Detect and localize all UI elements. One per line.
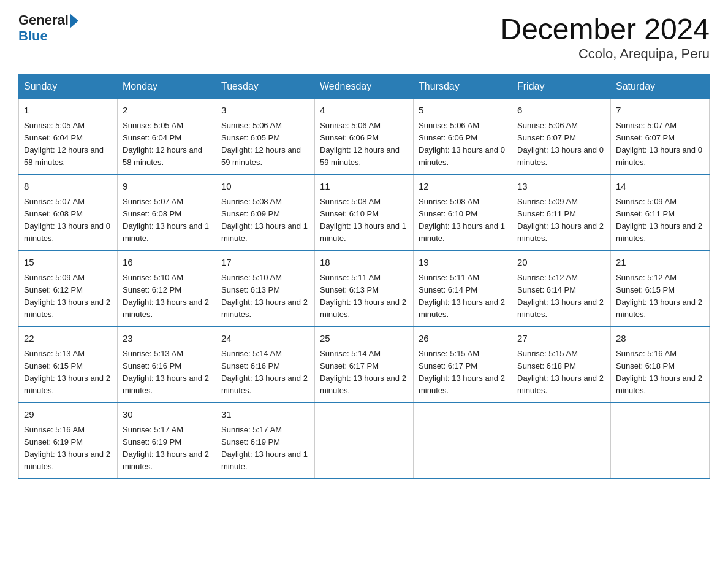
- col-friday: Friday: [512, 75, 611, 99]
- day-info: Sunrise: 5:09 AMSunset: 6:12 PMDaylight:…: [24, 273, 110, 319]
- calendar-table: Sunday Monday Tuesday Wednesday Thursday…: [18, 74, 710, 479]
- day-info: Sunrise: 5:13 AMSunset: 6:15 PMDaylight:…: [24, 349, 110, 395]
- day-info: Sunrise: 5:08 AMSunset: 6:10 PMDaylight:…: [320, 197, 406, 243]
- day-number: 10: [221, 180, 309, 194]
- calendar-week-3: 15Sunrise: 5:09 AMSunset: 6:12 PMDayligh…: [19, 250, 710, 326]
- calendar-cell: 18Sunrise: 5:11 AMSunset: 6:13 PMDayligh…: [315, 250, 414, 326]
- day-info: Sunrise: 5:07 AMSunset: 6:08 PMDaylight:…: [123, 197, 209, 243]
- day-info: Sunrise: 5:09 AMSunset: 6:11 PMDaylight:…: [616, 197, 702, 243]
- calendar-cell: 21Sunrise: 5:12 AMSunset: 6:15 PMDayligh…: [611, 250, 710, 326]
- page-header: General Blue December 2024 Ccolo, Arequi…: [18, 12, 710, 62]
- day-info: Sunrise: 5:06 AMSunset: 6:06 PMDaylight:…: [320, 121, 400, 167]
- day-number: 27: [517, 332, 605, 346]
- calendar-header: Sunday Monday Tuesday Wednesday Thursday…: [19, 75, 710, 99]
- page-subtitle: Ccolo, Arequipa, Peru: [500, 46, 710, 62]
- day-number: 15: [24, 256, 112, 270]
- day-number: 12: [419, 180, 507, 194]
- calendar-week-4: 22Sunrise: 5:13 AMSunset: 6:15 PMDayligh…: [19, 326, 710, 402]
- day-info: Sunrise: 5:08 AMSunset: 6:09 PMDaylight:…: [221, 197, 308, 243]
- day-info: Sunrise: 5:14 AMSunset: 6:17 PMDaylight:…: [320, 349, 406, 395]
- day-number: 22: [24, 332, 112, 346]
- day-number: 4: [320, 104, 408, 118]
- day-number: 1: [24, 104, 112, 118]
- day-info: Sunrise: 5:06 AMSunset: 6:06 PMDaylight:…: [419, 121, 505, 167]
- logo-container: General Blue: [18, 12, 78, 44]
- day-number: 26: [419, 332, 507, 346]
- logo: General Blue: [18, 12, 78, 44]
- calendar-cell: 3Sunrise: 5:06 AMSunset: 6:05 PMDaylight…: [216, 99, 315, 175]
- day-info: Sunrise: 5:17 AMSunset: 6:19 PMDaylight:…: [221, 425, 308, 471]
- day-number: 14: [616, 180, 704, 194]
- day-number: 19: [419, 256, 507, 270]
- day-info: Sunrise: 5:05 AMSunset: 6:04 PMDaylight:…: [24, 121, 104, 167]
- day-info: Sunrise: 5:11 AMSunset: 6:13 PMDaylight:…: [320, 273, 406, 319]
- day-info: Sunrise: 5:12 AMSunset: 6:15 PMDaylight:…: [616, 273, 702, 319]
- day-info: Sunrise: 5:12 AMSunset: 6:14 PMDaylight:…: [517, 273, 604, 319]
- calendar-cell: 4Sunrise: 5:06 AMSunset: 6:06 PMDaylight…: [315, 99, 414, 175]
- col-thursday: Thursday: [414, 75, 512, 99]
- day-info: Sunrise: 5:09 AMSunset: 6:11 PMDaylight:…: [517, 197, 604, 243]
- day-number: 6: [517, 104, 605, 118]
- calendar-cell: 9Sunrise: 5:07 AMSunset: 6:08 PMDaylight…: [118, 174, 216, 250]
- calendar-cell: 28Sunrise: 5:16 AMSunset: 6:18 PMDayligh…: [611, 326, 710, 402]
- day-info: Sunrise: 5:08 AMSunset: 6:10 PMDaylight:…: [419, 197, 505, 243]
- calendar-cell: 1Sunrise: 5:05 AMSunset: 6:04 PMDaylight…: [19, 99, 118, 175]
- day-number: 21: [616, 256, 704, 270]
- day-number: 24: [221, 332, 309, 346]
- day-info: Sunrise: 5:11 AMSunset: 6:14 PMDaylight:…: [419, 273, 505, 319]
- day-info: Sunrise: 5:10 AMSunset: 6:12 PMDaylight:…: [123, 273, 209, 319]
- day-info: Sunrise: 5:06 AMSunset: 6:05 PMDaylight:…: [221, 121, 301, 167]
- calendar-cell: 22Sunrise: 5:13 AMSunset: 6:15 PMDayligh…: [19, 326, 118, 402]
- day-number: 5: [419, 104, 507, 118]
- calendar-cell: 16Sunrise: 5:10 AMSunset: 6:12 PMDayligh…: [118, 250, 216, 326]
- day-info: Sunrise: 5:16 AMSunset: 6:18 PMDaylight:…: [616, 349, 702, 395]
- calendar-cell: 8Sunrise: 5:07 AMSunset: 6:08 PMDaylight…: [19, 174, 118, 250]
- day-number: 13: [517, 180, 605, 194]
- col-wednesday: Wednesday: [315, 75, 414, 99]
- calendar-cell: 27Sunrise: 5:15 AMSunset: 6:18 PMDayligh…: [512, 326, 611, 402]
- day-info: Sunrise: 5:17 AMSunset: 6:19 PMDaylight:…: [123, 425, 209, 471]
- calendar-week-2: 8Sunrise: 5:07 AMSunset: 6:08 PMDaylight…: [19, 174, 710, 250]
- calendar-week-5: 29Sunrise: 5:16 AMSunset: 6:19 PMDayligh…: [19, 402, 710, 478]
- calendar-cell: 25Sunrise: 5:14 AMSunset: 6:17 PMDayligh…: [315, 326, 414, 402]
- day-number: 23: [123, 332, 211, 346]
- calendar-cell: 29Sunrise: 5:16 AMSunset: 6:19 PMDayligh…: [19, 402, 118, 478]
- day-info: Sunrise: 5:06 AMSunset: 6:07 PMDaylight:…: [517, 121, 604, 167]
- day-info: Sunrise: 5:07 AMSunset: 6:08 PMDaylight:…: [24, 197, 110, 243]
- calendar-week-1: 1Sunrise: 5:05 AMSunset: 6:04 PMDaylight…: [19, 99, 710, 175]
- col-sunday: Sunday: [19, 75, 118, 99]
- calendar-cell: [611, 402, 710, 478]
- calendar-cell: 23Sunrise: 5:13 AMSunset: 6:16 PMDayligh…: [118, 326, 216, 402]
- day-number: 18: [320, 256, 408, 270]
- day-number: 11: [320, 180, 408, 194]
- day-number: 9: [123, 180, 211, 194]
- day-info: Sunrise: 5:10 AMSunset: 6:13 PMDaylight:…: [221, 273, 308, 319]
- day-number: 29: [24, 408, 112, 422]
- calendar-cell: [512, 402, 611, 478]
- col-monday: Monday: [118, 75, 216, 99]
- day-info: Sunrise: 5:16 AMSunset: 6:19 PMDaylight:…: [24, 425, 110, 471]
- calendar-cell: 15Sunrise: 5:09 AMSunset: 6:12 PMDayligh…: [19, 250, 118, 326]
- day-number: 20: [517, 256, 605, 270]
- page-title: December 2024: [500, 12, 710, 46]
- day-info: Sunrise: 5:15 AMSunset: 6:18 PMDaylight:…: [517, 349, 604, 395]
- day-number: 3: [221, 104, 309, 118]
- day-number: 28: [616, 332, 704, 346]
- calendar-cell: 11Sunrise: 5:08 AMSunset: 6:10 PMDayligh…: [315, 174, 414, 250]
- day-number: 7: [616, 104, 704, 118]
- col-saturday: Saturday: [611, 75, 710, 99]
- day-info: Sunrise: 5:15 AMSunset: 6:17 PMDaylight:…: [419, 349, 505, 395]
- calendar-cell: 31Sunrise: 5:17 AMSunset: 6:19 PMDayligh…: [216, 402, 315, 478]
- day-number: 31: [221, 408, 309, 422]
- title-block: December 2024 Ccolo, Arequipa, Peru: [500, 12, 710, 62]
- calendar-body: 1Sunrise: 5:05 AMSunset: 6:04 PMDaylight…: [19, 99, 710, 479]
- calendar-cell: 26Sunrise: 5:15 AMSunset: 6:17 PMDayligh…: [414, 326, 512, 402]
- calendar-cell: 24Sunrise: 5:14 AMSunset: 6:16 PMDayligh…: [216, 326, 315, 402]
- calendar-cell: 20Sunrise: 5:12 AMSunset: 6:14 PMDayligh…: [512, 250, 611, 326]
- day-info: Sunrise: 5:05 AMSunset: 6:04 PMDaylight:…: [123, 121, 202, 167]
- calendar-cell: 12Sunrise: 5:08 AMSunset: 6:10 PMDayligh…: [414, 174, 512, 250]
- day-number: 16: [123, 256, 211, 270]
- logo-arrow-icon: [70, 13, 78, 28]
- calendar-cell: 13Sunrise: 5:09 AMSunset: 6:11 PMDayligh…: [512, 174, 611, 250]
- day-number: 30: [123, 408, 211, 422]
